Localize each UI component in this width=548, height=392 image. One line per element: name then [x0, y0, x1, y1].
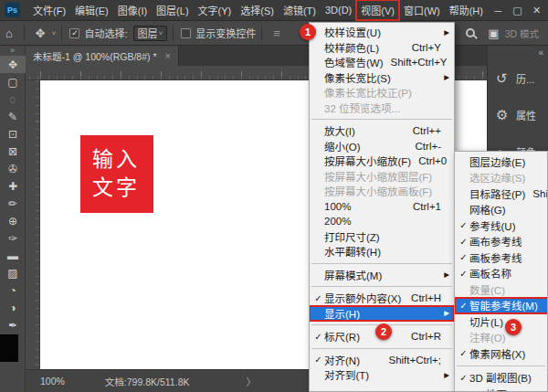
menu-edit[interactable]: 编辑(E) [70, 0, 113, 20]
checkmark-icon: ✓ [312, 332, 324, 342]
show-submenu-item[interactable]: ✓ 画板名称 [455, 266, 548, 282]
view-menu-item[interactable]: ✓ 对齐(N) Shift+Ctrl+; [310, 353, 454, 368]
show-submenu-item[interactable]: ✓ 3D 地面 [455, 386, 548, 392]
view-menu-item[interactable]: 200% [310, 214, 454, 229]
view-menu-item[interactable]: 放大(I) Ctrl++ [310, 123, 454, 139]
collapse-dock-icon[interactable]: « [538, 48, 543, 58]
menu-item-shortcut: Shift+Ctrl+H [532, 188, 548, 199]
auto-select-checkbox[interactable] [69, 28, 79, 38]
brush-tool[interactable]: ✏ [0, 195, 26, 212]
menu-image[interactable]: 图像(I) [113, 0, 152, 20]
view-menu-item[interactable]: 32 位预览选项... [310, 101, 454, 116]
view-menu-item[interactable]: 100% Ctrl+1 [310, 199, 454, 215]
close-tab-icon[interactable]: × [165, 50, 171, 61]
close-button[interactable]: ✕ [527, 5, 546, 16]
menu-filter[interactable]: 滤镜(T) [279, 0, 321, 20]
panel-properties[interactable]: ⚙ 属性 [488, 97, 548, 133]
menu-3d[interactable]: 3D(D) [321, 2, 356, 18]
quick-selection-tool[interactable]: ✎ [0, 108, 26, 125]
view-menu-item[interactable]: 校样设置(U) ▶ [310, 25, 454, 40]
panel-icon: ↺ [496, 70, 516, 87]
show-submenu-item[interactable]: ✓ 智能参考线(M) [455, 298, 548, 314]
view-menu-item[interactable]: 按屏幕大小缩放图层(F) [310, 169, 454, 185]
move-tool[interactable]: ✥ [0, 56, 26, 73]
menu-help[interactable]: 帮助(H) [445, 0, 488, 20]
checkmark-icon: ✓ [312, 293, 324, 303]
menu-separator [457, 366, 545, 366]
panel-icon: ⚙ [496, 107, 516, 123]
menu-window[interactable]: 窗口(W) [399, 0, 445, 20]
frame-tool[interactable]: ⊠ [0, 143, 26, 160]
workspace-icon[interactable]: ▣ [482, 26, 504, 40]
status-chevron-icon[interactable]: 〉 [246, 375, 256, 388]
maximize-button[interactable]: ▢ [508, 5, 527, 16]
dodge-tool[interactable]: ◑ [0, 299, 26, 316]
menu-select[interactable]: 选择(S) [236, 0, 279, 20]
menu-item-label: 图层边缘(E) [469, 154, 548, 169]
gradient-tool[interactable]: ▨ [0, 264, 26, 281]
view-menu-item[interactable]: 色域警告(W) Shift+Ctrl+Y [310, 55, 454, 70]
show-submenu-item[interactable]: ✓ 画布参考线 [455, 234, 548, 250]
clone-stamp-tool[interactable]: ⊕ [0, 212, 26, 229]
align-icon[interactable]: ≡ [268, 26, 286, 40]
show-transform-checkbox[interactable] [181, 28, 191, 38]
menu-item-shortcut: Shift+Ctrl+; [388, 355, 441, 366]
view-menu-item[interactable]: 像素长宽比(S) ▶ [310, 70, 454, 86]
show-submenu-item[interactable]: 网格(G) [455, 202, 548, 218]
lasso-tool[interactable]: ◌ [0, 90, 26, 108]
text-shape-layer[interactable]: 输入 文字 [80, 135, 153, 213]
show-submenu-item[interactable]: ✓ 画板参考线 [455, 249, 548, 266]
menu-layer[interactable]: 图层(L) [152, 0, 193, 20]
eyedropper-tool[interactable]: ✇ [0, 160, 26, 177]
show-submenu-item[interactable]: ✓ 参考线(U) [455, 217, 548, 234]
show-submenu-item[interactable]: 图层边缘(E) [455, 154, 548, 170]
view-menu-item[interactable]: ✓ 显示额外内容(X) Ctrl+H [310, 291, 454, 306]
vertical-ruler[interactable] [26, 80, 40, 373]
view-menu-item[interactable]: 像素长宽比校正(P) [310, 85, 454, 101]
history-brush-tool[interactable]: ✑ [0, 229, 26, 247]
crop-tool[interactable]: ⊡ [0, 125, 26, 143]
home-icon[interactable]: ⌂ [0, 26, 18, 40]
view-menu-item[interactable]: 显示(H) ▶ [310, 306, 454, 322]
blur-tool[interactable]: ◔ [0, 281, 26, 299]
healing-brush-tool[interactable]: ✚ [0, 177, 26, 195]
show-submenu-item[interactable]: ✓ 像素网格(X) [455, 345, 548, 362]
show-submenu-item[interactable]: ✓ 3D 副视图(B) [455, 370, 548, 387]
show-submenu-item[interactable]: 选区边缘(S) [455, 170, 548, 186]
show-submenu-item[interactable]: 切片(L) [455, 313, 548, 330]
menu-type[interactable]: 文字(Y) [194, 0, 237, 20]
collapse-toolbar-icon[interactable]: » [0, 46, 25, 56]
move-tool-icon[interactable]: ✥ [30, 26, 51, 40]
view-menu-item[interactable]: 打印尺寸(Z) [310, 229, 454, 245]
menu-item-shortcut: Ctrl+0 [418, 155, 447, 166]
menu-item-shortcut: Ctrl+1 [413, 201, 441, 212]
chevron-down-icon[interactable]: ˅ [52, 29, 57, 37]
foreground-color-swatch[interactable] [0, 334, 18, 362]
menu-file[interactable]: 文件(F) [28, 0, 70, 20]
show-submenu-item[interactable]: 注释(O) [455, 330, 548, 346]
tool-icon: ⊕ [8, 215, 17, 228]
panel-history[interactable]: ↺ 历... [488, 60, 548, 97]
checkmark-icon: ✓ [458, 388, 469, 392]
tool-icon: ✒ [8, 319, 17, 332]
view-menu-item[interactable]: 屏幕模式(M) ▶ [310, 268, 454, 283]
pen-tool[interactable]: ✒ [0, 316, 26, 334]
document-tab[interactable]: 未标题-1 @ 100%(RGB/8#) * × [26, 46, 179, 66]
tool-icon: ✚ [8, 180, 17, 193]
auto-select-target-dropdown[interactable]: 图层 ˅ [133, 26, 168, 41]
show-submenu-item[interactable]: 目标路径(P) Shift+Ctrl+H [455, 185, 548, 202]
view-menu-item[interactable]: 校样颜色(L) Ctrl+Y [310, 40, 454, 56]
view-menu-item[interactable]: 水平翻转(H) [310, 244, 454, 260]
view-menu-item[interactable]: 缩小(O) Ctrl+- [310, 139, 454, 154]
eraser-tool[interactable]: ▬ [0, 247, 26, 264]
view-menu-item[interactable]: 按屏幕大小缩放画板(F) [310, 184, 454, 199]
menu-view[interactable]: 视图(V) [356, 0, 399, 20]
show-submenu-item[interactable]: 数量(C) [455, 281, 548, 298]
view-menu-item[interactable]: 对齐到(T) ▶ [310, 367, 454, 383]
marquee-tool[interactable]: ▢ [0, 73, 26, 90]
view-menu-item[interactable]: 按屏幕大小缩放(F) Ctrl+0 [310, 154, 454, 169]
search-icon[interactable] [466, 28, 475, 37]
zoom-level-field[interactable]: 100% [40, 376, 65, 387]
minimize-button[interactable]: ─ [489, 5, 508, 16]
checkmark-icon: ✓ [458, 252, 469, 262]
